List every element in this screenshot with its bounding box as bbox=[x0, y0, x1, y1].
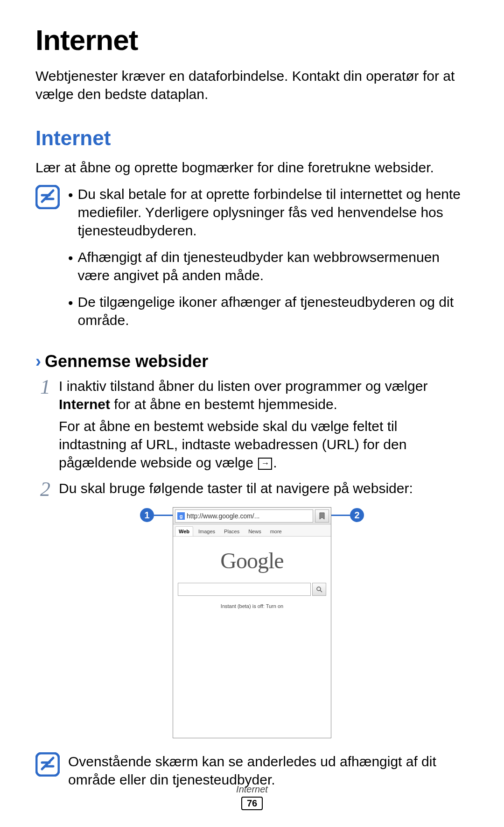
subsection-text: Gennemse websider bbox=[45, 352, 208, 371]
callout-badge-2: 2 bbox=[350, 508, 364, 522]
note-bullet-3: • De tilgængelige ikoner afhænger af tje… bbox=[68, 293, 469, 329]
page-footer: Internet 76 bbox=[0, 784, 504, 811]
svg-line-2 bbox=[320, 590, 322, 592]
go-arrow-icon: → bbox=[258, 458, 272, 470]
note-text-1: Du skal betale for at oprette forbindels… bbox=[78, 185, 469, 240]
page-number: 76 bbox=[241, 797, 263, 810]
footer-note-text: Ovenstående skærm kan se anderledes ud a… bbox=[68, 752, 469, 789]
subsection-title: › Gennemse websider bbox=[35, 352, 469, 371]
search-button[interactable] bbox=[312, 583, 326, 596]
step1-p2a: For at åbne en bestemt webside skal du v… bbox=[59, 418, 406, 470]
footer-label: Internet bbox=[0, 784, 504, 795]
tab-places[interactable]: Places bbox=[220, 526, 243, 536]
note-text-2: Afhængigt af din tjenesteudbyder kan web… bbox=[78, 248, 469, 284]
search-input[interactable] bbox=[178, 583, 311, 596]
note-text-3: De tilgængelige ikoner afhænger af tjene… bbox=[78, 293, 469, 329]
note-icon bbox=[35, 185, 60, 209]
footer-note-block: Ovenstående skærm kan se anderledes ud a… bbox=[35, 752, 469, 789]
tab-web[interactable]: Web bbox=[175, 526, 193, 536]
section-title: Internet bbox=[35, 127, 469, 150]
step-2-text: Du skal bruge følgende taster til at nav… bbox=[59, 479, 469, 497]
url-field[interactable]: g http://www.google.com/... bbox=[175, 509, 313, 523]
section-intro: Lær at åbne og oprette bogmærker for din… bbox=[35, 158, 469, 177]
bullet-dot: • bbox=[68, 248, 73, 267]
bookmark-button[interactable] bbox=[315, 509, 329, 523]
step-number-2: 2 bbox=[35, 479, 50, 500]
svg-point-1 bbox=[317, 587, 321, 591]
note-bullet-1: • Du skal betale for at oprette forbinde… bbox=[68, 185, 469, 240]
note-bullet-2: • Afhængigt af din tjenesteudbyder kan w… bbox=[68, 248, 469, 284]
step-1-text: I inaktiv tilstand åbner du listen over … bbox=[59, 377, 469, 475]
bookmark-icon bbox=[319, 512, 325, 520]
step-2: 2 Du skal bruge følgende taster til at n… bbox=[35, 479, 469, 500]
bullet-dot: • bbox=[68, 185, 73, 204]
chevron-icon: › bbox=[35, 352, 41, 371]
tab-news[interactable]: News bbox=[245, 526, 265, 536]
instant-text: Instant (beta) is off: Turn on bbox=[173, 603, 331, 609]
note-icon bbox=[35, 752, 60, 777]
bullet-dot: • bbox=[68, 293, 73, 312]
callout-badge-1: 1 bbox=[140, 508, 154, 522]
url-text: http://www.google.com/... bbox=[187, 512, 259, 520]
tab-images[interactable]: Images bbox=[195, 526, 219, 536]
search-icon bbox=[316, 586, 322, 593]
step1-bold: Internet bbox=[59, 396, 110, 412]
tab-more[interactable]: more bbox=[266, 526, 286, 536]
step1-text-a: I inaktiv tilstand åbner du listen over … bbox=[59, 378, 427, 394]
step-number-1: 1 bbox=[35, 377, 50, 397]
search-row bbox=[178, 583, 326, 596]
phone-screenshot: g http://www.google.com/... Web Images P… bbox=[173, 507, 331, 738]
intro-paragraph: Webtjenester kræver en dataforbindelse. … bbox=[35, 67, 469, 103]
screenshot-wrapper: 1 2 g http://www.google.com/... bbox=[35, 507, 469, 738]
step-1: 1 I inaktiv tilstand åbner du listen ove… bbox=[35, 377, 469, 475]
favicon-icon: g bbox=[177, 512, 185, 520]
page-title: Internet bbox=[35, 23, 469, 57]
step1-text-b: for at åbne en bestemt hjemmeside. bbox=[110, 396, 337, 412]
step1-p2b: . bbox=[273, 455, 277, 470]
browser-address-bar: g http://www.google.com/... bbox=[173, 508, 331, 524]
google-logo: Google bbox=[173, 548, 331, 573]
browser-tabs: Web Images Places News more bbox=[173, 524, 331, 537]
note-block: • Du skal betale for at oprette forbinde… bbox=[35, 185, 469, 338]
